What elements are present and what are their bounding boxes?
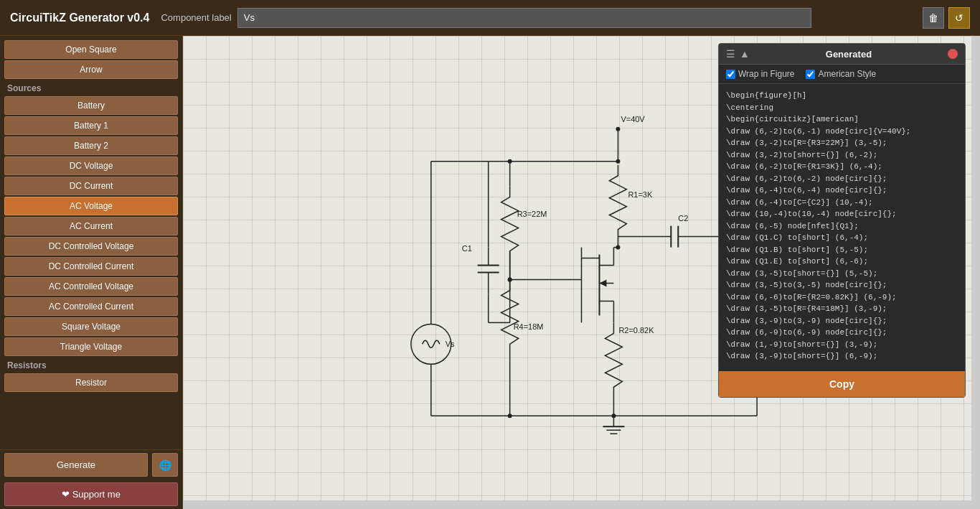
code-line: \draw (3,-9)to[short={}] (6,-9); <box>726 350 958 363</box>
code-line: \draw (6,-9)to(6,-9) node[circ]{}; <box>726 327 958 339</box>
code-line: \draw (6,-2)to[R={R1=3K}] (6,-4); <box>726 161 958 173</box>
american-style-label: American Style <box>818 69 876 79</box>
panel-header: ☰ ▲ Generated <box>719 44 965 65</box>
panel-close-button[interactable] <box>948 49 958 59</box>
panel-options: Wrap in Figure American Style <box>719 65 965 84</box>
code-line: \begin{circuitikz}[american] <box>726 113 958 126</box>
component-label-input[interactable] <box>237 8 811 28</box>
american-style-option[interactable]: American Style <box>806 69 876 79</box>
code-line: \draw (10,-4)to(10,-4) node[circ]{}; <box>726 208 958 220</box>
sidebar-item-ac-current[interactable]: AC Current <box>4 217 178 235</box>
code-line: \draw (3,-2)to[short={}] (6,-2); <box>726 149 958 162</box>
sidebar-item-battery2[interactable]: Battery 2 <box>4 136 178 155</box>
panel-menu-icon[interactable]: ☰ <box>726 48 735 60</box>
r4-label: R4=18M <box>514 322 544 331</box>
sidebar-item-dc-controlled-current[interactable]: DC Controlled Current <box>4 257 178 276</box>
code-line: \draw (3,-2)to[R={R3=22M}] (3,-5); <box>726 137 958 149</box>
section-label-sources: Sources <box>4 80 178 95</box>
sidebar-item-dc-voltage[interactable]: DC Voltage <box>4 157 178 175</box>
sidebar-item-battery1[interactable]: Battery 1 <box>4 116 178 135</box>
generated-panel: ☰ ▲ Generated Wrap in Figure American St… <box>718 43 966 398</box>
code-line: \centering <box>726 102 958 114</box>
label-section: Component label <box>161 8 911 28</box>
code-line: \draw (6,-4)to[C={C2}] (10,-4); <box>726 197 958 209</box>
code-line: \draw (Q1.B) to[short] (5,-5); <box>726 244 958 256</box>
globe-button[interactable]: 🌐 <box>152 453 178 477</box>
panel-title: Generated <box>754 49 943 60</box>
generate-button[interactable]: Generate <box>4 453 148 477</box>
code-line: \draw (1,-9)to[short={}] (3,-9); <box>726 339 958 351</box>
sidebar-item-ac-controlled-current[interactable]: AC Controlled Current <box>4 297 178 316</box>
code-area[interactable]: \begin{figure}[h]\centering\begin{circui… <box>719 84 965 371</box>
wrap-figure-option[interactable]: Wrap in Figure <box>726 69 794 79</box>
vs-label: Vs <box>446 340 455 348</box>
c1-label: C1 <box>462 244 472 253</box>
sidebar-item-dc-controlled-voltage[interactable]: DC Controlled Voltage <box>4 237 178 256</box>
section-label-resistors: Resistors <box>4 358 178 372</box>
copy-button[interactable]: Copy <box>719 371 965 397</box>
wrap-figure-checkbox[interactable] <box>726 70 735 79</box>
v40v-label: V=40V <box>621 115 645 123</box>
app-title: CircuiTikZ Generator v0.4 <box>10 11 149 24</box>
code-line: \draw (6,-2)to(6,-1) node[circ]{V=40V}; <box>726 126 958 138</box>
canvas-area[interactable]: V=40V R3=22M R1=3K C2 <box>183 36 980 509</box>
c2-label: C2 <box>678 214 688 223</box>
code-line: \draw (3,-5)to(3,-5) node[circ]{}; <box>726 279 958 291</box>
support-button[interactable]: ❤ Support me <box>4 482 178 506</box>
sidebar-item-ac-controlled-voltage[interactable]: AC Controlled Voltage <box>4 277 178 296</box>
code-line: \begin{figure}[h] <box>726 90 958 102</box>
sidebar-item-square-voltage[interactable]: Square Voltage <box>4 317 178 336</box>
sidebar-item-ac-voltage[interactable]: AC Voltage <box>4 197 178 215</box>
main-layout: Open Square Arrow Sources Battery Batter… <box>0 36 980 509</box>
code-line: \draw (Q1.E) to[short] (6,-6); <box>726 256 958 268</box>
svg-point-3 <box>616 159 620 164</box>
code-line: \draw (6,-2)to(6,-2) node[circ]{}; <box>726 173 958 185</box>
code-line: \draw (6,-5) node[nfet]{Q1}; <box>726 220 958 233</box>
sidebar-item-arrow[interactable]: Arrow <box>4 60 178 79</box>
code-line: \draw (3,-9)to(3,-9) node[circ]{}; <box>726 315 958 327</box>
code-line: \draw (Q1.C) to[short] (6,-4); <box>726 232 958 244</box>
r3-label: R3=22M <box>517 210 547 218</box>
sidebar-item-dc-current[interactable]: DC Current <box>4 177 178 195</box>
canvas-bottom-scrollbar[interactable] <box>183 500 980 509</box>
sidebar-item-triangle-voltage[interactable]: Triangle Voltage <box>4 337 178 356</box>
sidebar-item-battery[interactable]: Battery <box>4 96 178 115</box>
sidebar-item-resistor[interactable]: Resistor <box>4 373 178 392</box>
code-line: \draw (3,-5)to[R={R4=18M}] (3,-9); <box>726 303 958 315</box>
component-label-text: Component label <box>161 12 231 23</box>
sidebar-scroll: Open Square Arrow Sources Battery Batter… <box>0 36 182 449</box>
american-style-checkbox[interactable] <box>806 70 815 79</box>
panel-minimize-icon[interactable]: ▲ <box>740 48 750 60</box>
svg-point-17 <box>508 159 512 164</box>
delete-button[interactable]: 🗑 <box>923 7 944 29</box>
wrap-figure-label: Wrap in Figure <box>738 69 794 79</box>
r2-label: R2=0.82K <box>618 326 654 335</box>
code-line: \draw (6,-4)to(6,-4) node[circ]{}; <box>726 185 958 197</box>
refresh-button[interactable]: ↺ <box>948 7 970 29</box>
canvas-grid: V=40V R3=22M R1=3K C2 <box>183 36 980 509</box>
r2-resistor <box>605 322 622 416</box>
header: CircuiTikZ Generator v0.4 Component labe… <box>0 0 980 36</box>
sidebar: Open Square Arrow Sources Battery Batter… <box>0 36 183 509</box>
code-line: \draw (3,-5)to[short={}] (5,-5); <box>726 268 958 280</box>
canvas-right-scrollbar[interactable] <box>971 36 980 509</box>
header-icons: 🗑 ↺ <box>923 7 970 29</box>
sidebar-item-open-square[interactable]: Open Square <box>4 40 178 59</box>
r1-resistor <box>609 165 626 248</box>
r1-label: R1=3K <box>628 190 653 199</box>
code-line: \draw (6,-6)to[R={R2=0.82K}] (6,-9); <box>726 291 958 304</box>
